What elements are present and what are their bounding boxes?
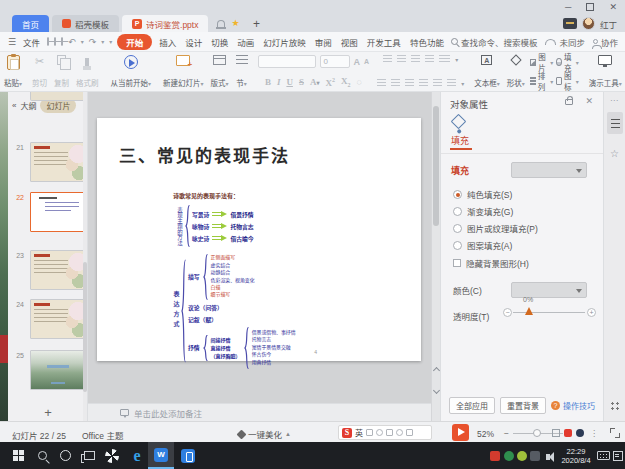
new-tab-button[interactable]: +: [249, 15, 265, 32]
maximize-button[interactable]: [586, 3, 594, 11]
slide-22-canvas[interactable]: 三、常见的表现手法 诗歌常见的表现手法有： 表现主题的方法 写景诗借景抒情 咏物…: [97, 118, 421, 361]
pinned-app-edge[interactable]: e: [126, 442, 148, 469]
thumbnail-slide-23[interactable]: [30, 250, 86, 290]
cortana-button[interactable]: [54, 442, 76, 469]
slideshow-play-button[interactable]: [452, 424, 469, 441]
minimize-button[interactable]: ─: [565, 2, 571, 12]
print-icon[interactable]: [54, 37, 56, 46]
text-box-button[interactable]: A文本框▾: [472, 55, 502, 88]
fullscreen-icon[interactable]: [610, 428, 620, 438]
thumbnail-scrollbar[interactable]: [83, 92, 87, 421]
command-search[interactable]: 查找命令、搜索模板: [451, 36, 538, 48]
fill-button[interactable]: 填充▾: [556, 56, 579, 68]
tab-document[interactable]: P诗词鉴赏.pptx: [122, 15, 208, 32]
add-slide-button[interactable]: +: [8, 403, 88, 421]
reset-background-button[interactable]: 重置背景: [500, 397, 546, 414]
font-color-icon[interactable]: A▾: [310, 77, 320, 87]
decrease-indent-icon[interactable]: [411, 55, 420, 64]
radio-gradient-fill[interactable]: 渐变填充(G): [453, 205, 513, 217]
next-slide-button[interactable]: [433, 387, 440, 394]
columns-icon[interactable]: [447, 79, 456, 88]
ribbon-tab-review[interactable]: 审阅: [313, 36, 334, 48]
tab-outline[interactable]: 大纲: [20, 100, 36, 111]
properties-tool-button[interactable]: [607, 112, 623, 134]
fill-tab[interactable]: 填充: [451, 134, 469, 147]
paste-button[interactable]: 粘贴▾: [4, 55, 22, 88]
task-view-button[interactable]: [78, 442, 100, 469]
new-slide-button[interactable]: 新建幻灯片▾: [161, 55, 206, 88]
ime-toolbar[interactable]: S 英: [338, 425, 432, 440]
font-name-input[interactable]: [258, 55, 316, 68]
align-center-icon[interactable]: [391, 79, 400, 88]
avatar[interactable]: [582, 17, 595, 30]
thumbnail-slide-21[interactable]: [30, 142, 86, 182]
zoom-slider-knob[interactable]: [533, 429, 541, 437]
tray-icon-yellow[interactable]: [516, 442, 528, 469]
decrease-font-icon[interactable]: A: [364, 58, 369, 65]
cut-button[interactable]: ✂剪切: [30, 55, 49, 88]
ribbon-tab-devtools[interactable]: 开发工具: [365, 36, 403, 48]
copy-button[interactable]: 复制: [52, 55, 71, 88]
subscript-icon[interactable]: X2: [341, 76, 351, 88]
quickbar-more-icon[interactable]: ▾: [109, 38, 112, 45]
picture-button[interactable]: 图片▾: [530, 56, 554, 68]
tray-icon-green[interactable]: [503, 442, 515, 469]
favorite-star-icon[interactable]: ★: [231, 19, 239, 28]
radio-picture-texture-fill[interactable]: 图片或纹理填充(P): [453, 222, 538, 234]
ribbon-tab-slideshow[interactable]: 幻灯片放映: [261, 36, 308, 48]
pinned-app-pinwheel[interactable]: [100, 442, 124, 469]
ribbon-tab-view[interactable]: 视图: [339, 36, 360, 48]
volume-icon[interactable]: [541, 442, 555, 469]
app-tray-icon[interactable]: [576, 429, 584, 437]
collapse-pane-icon[interactable]: «: [12, 101, 16, 110]
ime-mic-icon[interactable]: [376, 429, 383, 436]
taskbar-app-wps-active[interactable]: W: [148, 442, 174, 469]
ime-mode-icon[interactable]: [552, 429, 560, 437]
member-badge-icon[interactable]: [563, 18, 577, 29]
tray-icon-dark[interactable]: [529, 442, 541, 469]
redo-icon[interactable]: ↷: [89, 37, 97, 47]
slide-diagram-image[interactable]: 诗歌常见的表现手法有： 表现主题的方法 写景诗借景抒情 咏物诗托物言志 咏史诗借…: [165, 182, 323, 359]
print-preview-icon[interactable]: [61, 37, 63, 46]
canvas-scrollbar-thumb[interactable]: [433, 106, 439, 226]
align-right-icon[interactable]: [405, 79, 414, 88]
menu-hamburger-icon[interactable]: ☰: [8, 37, 16, 47]
bullets-icon[interactable]: [383, 55, 392, 64]
sync-status-button[interactable]: 未同步: [545, 36, 585, 48]
section-button[interactable]: 节▾: [234, 55, 250, 88]
thumbnail-slide-24[interactable]: [30, 299, 86, 339]
fill-bucket-icon[interactable]: [451, 114, 467, 130]
play-from-current-button[interactable]: 从当前开始▾: [109, 55, 154, 88]
previous-slide-button[interactable]: [433, 367, 440, 374]
ribbon-tab-animation[interactable]: 动画: [235, 36, 256, 48]
theme-name[interactable]: Office 主题: [82, 429, 123, 441]
taskbar-search-button[interactable]: [31, 442, 53, 469]
radio-solid-fill[interactable]: 纯色填充(S): [453, 188, 512, 200]
highlight-icon[interactable]: ◌: [356, 77, 361, 87]
favorites-star-icon[interactable]: ☆: [610, 148, 619, 159]
strip-more-icon[interactable]: ⋯: [610, 96, 619, 105]
layout-button[interactable]: 版式▾: [209, 55, 231, 88]
pinned-app-phone[interactable]: [176, 442, 200, 469]
ribbon-tab-insert[interactable]: 插入: [157, 36, 178, 48]
transparency-plus-button[interactable]: +: [587, 308, 596, 317]
pin-lock-icon[interactable]: [565, 99, 573, 105]
touch-keyboard-button[interactable]: [596, 442, 611, 469]
action-center-button[interactable]: [611, 442, 625, 469]
fill-style-dropdown[interactable]: [511, 162, 587, 178]
canvas-scrollbar[interactable]: [431, 92, 440, 421]
distribute-icon[interactable]: [433, 79, 442, 88]
numbering-icon[interactable]: [397, 55, 406, 64]
fill-section-label[interactable]: 填充: [451, 164, 469, 177]
notes-bar[interactable]: 单击此处添加备注: [88, 403, 431, 421]
taskbar-clock[interactable]: 22:292020/8/4: [556, 442, 596, 469]
increase-indent-icon[interactable]: [425, 55, 434, 64]
ime-toolbox-icon[interactable]: [406, 429, 413, 436]
more-status-icon[interactable]: ⋮: [590, 429, 593, 437]
font-size-input[interactable]: 0: [320, 55, 350, 68]
strikethrough-button[interactable]: S: [299, 77, 304, 87]
ribbon-tab-home[interactable]: 开始: [117, 34, 152, 50]
close-button[interactable]: ✕: [609, 2, 617, 12]
bell-icon[interactable]: [217, 20, 225, 27]
thumbnail-slide-25[interactable]: [30, 350, 86, 390]
